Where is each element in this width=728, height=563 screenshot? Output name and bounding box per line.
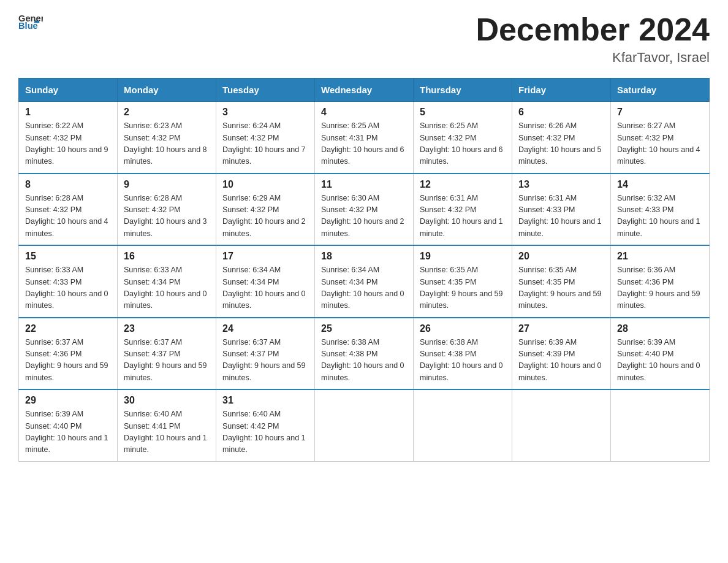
day-info: Sunrise: 6:40 AM Sunset: 4:41 PM Dayligh…	[124, 408, 210, 456]
calendar-day-cell: 2 Sunrise: 6:23 AM Sunset: 4:32 PM Dayli…	[118, 102, 216, 174]
day-number: 2	[124, 107, 210, 118]
column-header-sunday: Sunday	[19, 79, 118, 102]
calendar-day-cell: 16 Sunrise: 6:33 AM Sunset: 4:34 PM Dayl…	[118, 245, 216, 318]
calendar-day-cell: 21 Sunrise: 6:36 AM Sunset: 4:36 PM Dayl…	[611, 245, 710, 318]
calendar-day-cell: 9 Sunrise: 6:28 AM Sunset: 4:32 PM Dayli…	[118, 174, 216, 246]
day-info: Sunrise: 6:29 AM Sunset: 4:32 PM Dayligh…	[222, 193, 308, 240]
column-header-monday: Monday	[118, 79, 216, 102]
day-number: 1	[25, 107, 111, 118]
day-info: Sunrise: 6:28 AM Sunset: 4:32 PM Dayligh…	[124, 193, 210, 240]
day-info: Sunrise: 6:24 AM Sunset: 4:32 PM Dayligh…	[222, 120, 308, 168]
calendar-day-cell: 18 Sunrise: 6:34 AM Sunset: 4:34 PM Dayl…	[315, 245, 414, 318]
calendar-day-cell: 23 Sunrise: 6:37 AM Sunset: 4:37 PM Dayl…	[118, 318, 216, 390]
column-header-saturday: Saturday	[611, 79, 710, 102]
day-info: Sunrise: 6:39 AM Sunset: 4:39 PM Dayligh…	[518, 337, 604, 385]
day-number: 16	[124, 251, 210, 262]
day-number: 19	[420, 251, 506, 262]
day-info: Sunrise: 6:25 AM Sunset: 4:31 PM Dayligh…	[321, 120, 407, 168]
calendar-day-cell: 10 Sunrise: 6:29 AM Sunset: 4:32 PM Dayl…	[216, 174, 315, 246]
day-number: 28	[617, 323, 703, 334]
day-info: Sunrise: 6:33 AM Sunset: 4:34 PM Dayligh…	[124, 264, 210, 312]
day-number: 30	[124, 395, 210, 406]
calendar-day-cell: 5 Sunrise: 6:25 AM Sunset: 4:32 PM Dayli…	[414, 102, 512, 174]
day-info: Sunrise: 6:32 AM Sunset: 4:33 PM Dayligh…	[617, 193, 703, 240]
day-number: 27	[518, 323, 604, 334]
day-info: Sunrise: 6:31 AM Sunset: 4:32 PM Dayligh…	[420, 193, 506, 240]
calendar-day-cell: 15 Sunrise: 6:33 AM Sunset: 4:33 PM Dayl…	[19, 245, 118, 318]
calendar-day-cell	[414, 389, 512, 461]
day-info: Sunrise: 6:34 AM Sunset: 4:34 PM Dayligh…	[222, 264, 308, 312]
calendar-day-cell: 26 Sunrise: 6:38 AM Sunset: 4:38 PM Dayl…	[414, 318, 512, 390]
day-info: Sunrise: 6:27 AM Sunset: 4:32 PM Dayligh…	[617, 120, 703, 168]
calendar-day-cell: 14 Sunrise: 6:32 AM Sunset: 4:33 PM Dayl…	[611, 174, 710, 246]
calendar-day-cell: 25 Sunrise: 6:38 AM Sunset: 4:38 PM Dayl…	[315, 318, 414, 390]
calendar-day-cell: 8 Sunrise: 6:28 AM Sunset: 4:32 PM Dayli…	[19, 174, 118, 246]
month-year-title: December 2024	[476, 12, 710, 47]
calendar-day-cell: 22 Sunrise: 6:37 AM Sunset: 4:36 PM Dayl…	[19, 318, 118, 390]
day-number: 20	[518, 251, 604, 262]
calendar-day-cell: 1 Sunrise: 6:22 AM Sunset: 4:32 PM Dayli…	[19, 102, 118, 174]
day-number: 23	[124, 323, 210, 334]
day-number: 13	[518, 179, 604, 190]
svg-text:Blue: Blue	[18, 21, 38, 31]
day-info: Sunrise: 6:37 AM Sunset: 4:37 PM Dayligh…	[124, 337, 210, 385]
calendar-day-cell	[611, 389, 710, 461]
column-header-thursday: Thursday	[414, 79, 512, 102]
calendar-day-cell: 4 Sunrise: 6:25 AM Sunset: 4:31 PM Dayli…	[315, 102, 414, 174]
day-info: Sunrise: 6:38 AM Sunset: 4:38 PM Dayligh…	[420, 337, 506, 385]
column-header-wednesday: Wednesday	[315, 79, 414, 102]
logo-icon: General Blue	[18, 12, 43, 31]
calendar-day-cell: 17 Sunrise: 6:34 AM Sunset: 4:34 PM Dayl…	[216, 245, 315, 318]
calendar-day-cell: 28 Sunrise: 6:39 AM Sunset: 4:40 PM Dayl…	[611, 318, 710, 390]
day-info: Sunrise: 6:35 AM Sunset: 4:35 PM Dayligh…	[518, 264, 604, 312]
day-info: Sunrise: 6:31 AM Sunset: 4:33 PM Dayligh…	[518, 193, 604, 240]
day-info: Sunrise: 6:26 AM Sunset: 4:32 PM Dayligh…	[518, 120, 604, 168]
day-info: Sunrise: 6:28 AM Sunset: 4:32 PM Dayligh…	[25, 193, 111, 240]
day-number: 9	[124, 179, 210, 190]
day-info: Sunrise: 6:40 AM Sunset: 4:42 PM Dayligh…	[222, 408, 308, 456]
day-number: 15	[25, 251, 111, 262]
day-number: 10	[222, 179, 308, 190]
calendar-day-cell: 31 Sunrise: 6:40 AM Sunset: 4:42 PM Dayl…	[216, 389, 315, 461]
calendar-week-row: 15 Sunrise: 6:33 AM Sunset: 4:33 PM Dayl…	[19, 245, 710, 318]
day-number: 14	[617, 179, 703, 190]
logo: General Blue	[18, 12, 43, 31]
column-header-tuesday: Tuesday	[216, 79, 315, 102]
page-header: General Blue December 2024 KfarTavor, Is…	[18, 12, 710, 66]
calendar-day-cell	[315, 389, 414, 461]
calendar-week-row: 22 Sunrise: 6:37 AM Sunset: 4:36 PM Dayl…	[19, 318, 710, 390]
column-header-friday: Friday	[512, 79, 611, 102]
calendar-day-cell: 11 Sunrise: 6:30 AM Sunset: 4:32 PM Dayl…	[315, 174, 414, 246]
day-number: 21	[617, 251, 703, 262]
day-number: 8	[25, 179, 111, 190]
calendar-day-cell: 19 Sunrise: 6:35 AM Sunset: 4:35 PM Dayl…	[414, 245, 512, 318]
day-number: 3	[222, 107, 308, 118]
day-number: 18	[321, 251, 407, 262]
day-info: Sunrise: 6:36 AM Sunset: 4:36 PM Dayligh…	[617, 264, 703, 312]
calendar-day-cell: 24 Sunrise: 6:37 AM Sunset: 4:37 PM Dayl…	[216, 318, 315, 390]
calendar-week-row: 8 Sunrise: 6:28 AM Sunset: 4:32 PM Dayli…	[19, 174, 710, 246]
day-info: Sunrise: 6:25 AM Sunset: 4:32 PM Dayligh…	[420, 120, 506, 168]
day-number: 5	[420, 107, 506, 118]
calendar-day-cell: 20 Sunrise: 6:35 AM Sunset: 4:35 PM Dayl…	[512, 245, 611, 318]
day-number: 24	[222, 323, 308, 334]
calendar-week-row: 29 Sunrise: 6:39 AM Sunset: 4:40 PM Dayl…	[19, 389, 710, 461]
calendar-day-cell: 12 Sunrise: 6:31 AM Sunset: 4:32 PM Dayl…	[414, 174, 512, 246]
calendar-day-cell: 13 Sunrise: 6:31 AM Sunset: 4:33 PM Dayl…	[512, 174, 611, 246]
day-number: 22	[25, 323, 111, 334]
day-info: Sunrise: 6:39 AM Sunset: 4:40 PM Dayligh…	[617, 337, 703, 385]
day-number: 11	[321, 179, 407, 190]
calendar-day-cell: 27 Sunrise: 6:39 AM Sunset: 4:39 PM Dayl…	[512, 318, 611, 390]
calendar-day-cell	[512, 389, 611, 461]
calendar-day-cell: 7 Sunrise: 6:27 AM Sunset: 4:32 PM Dayli…	[611, 102, 710, 174]
day-info: Sunrise: 6:33 AM Sunset: 4:33 PM Dayligh…	[25, 264, 111, 312]
day-info: Sunrise: 6:34 AM Sunset: 4:34 PM Dayligh…	[321, 264, 407, 312]
day-number: 7	[617, 107, 703, 118]
day-number: 12	[420, 179, 506, 190]
day-number: 26	[420, 323, 506, 334]
day-number: 6	[518, 107, 604, 118]
day-info: Sunrise: 6:39 AM Sunset: 4:40 PM Dayligh…	[25, 408, 111, 456]
day-info: Sunrise: 6:30 AM Sunset: 4:32 PM Dayligh…	[321, 193, 407, 240]
day-info: Sunrise: 6:37 AM Sunset: 4:36 PM Dayligh…	[25, 337, 111, 385]
calendar-header-row: SundayMondayTuesdayWednesdayThursdayFrid…	[19, 79, 710, 102]
